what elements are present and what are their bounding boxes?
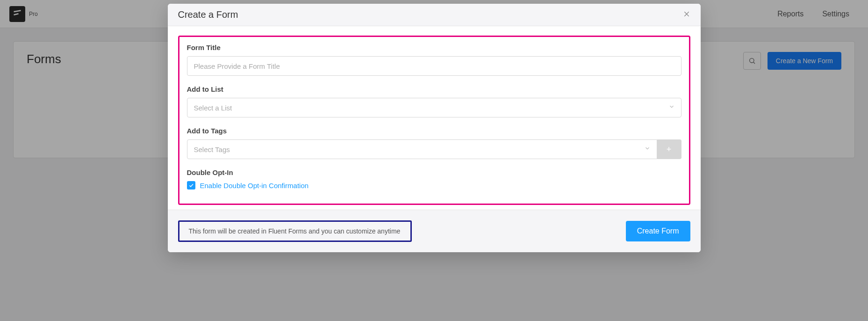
add-to-list-group: Add to List Select a List [187, 85, 681, 117]
create-form-submit-button[interactable]: Create Form [626, 221, 690, 241]
add-to-tags-select[interactable]: Select Tags [187, 139, 657, 159]
modal-overlay: Create a Form Form Title Add to List Sel… [0, 0, 868, 321]
add-to-list-select-wrap: Select a List [187, 98, 681, 117]
modal-header: Create a Form [168, 4, 701, 26]
add-to-tags-placeholder: Select Tags [194, 146, 230, 153]
add-to-tags-label: Add to Tags [187, 127, 681, 135]
add-to-list-select[interactable]: Select a List [187, 98, 681, 117]
form-fields-highlight: Form Title Add to List Select a List [178, 36, 690, 205]
chevron-down-icon [644, 145, 651, 153]
double-optin-checkbox-row: Enable Double Opt-in Confirmation [187, 181, 681, 190]
create-form-modal: Create a Form Form Title Add to List Sel… [168, 4, 701, 252]
add-to-list-label: Add to List [187, 85, 681, 93]
double-optin-checkbox[interactable] [187, 181, 195, 190]
modal-close-button[interactable] [683, 10, 690, 20]
modal-footer: This form will be created in Fluent Form… [168, 210, 701, 252]
add-to-tags-select-wrap: Select Tags + [187, 139, 681, 159]
add-to-list-placeholder: Select a List [194, 104, 232, 112]
chevron-down-icon [668, 103, 675, 112]
footer-note-highlight: This form will be created in Fluent Form… [178, 220, 412, 242]
check-icon [188, 182, 194, 188]
form-title-label: Form Title [187, 44, 681, 51]
close-icon [683, 10, 690, 18]
double-optin-label: Double Opt-In [187, 168, 681, 176]
form-title-group: Form Title [187, 44, 681, 76]
footer-note: This form will be created in Fluent Form… [189, 227, 401, 235]
double-optin-group: Double Opt-In Enable Double Opt-in Confi… [187, 168, 681, 190]
double-optin-checkbox-label[interactable]: Enable Double Opt-in Confirmation [200, 182, 309, 190]
modal-title: Create a Form [178, 9, 238, 20]
add-to-tags-group: Add to Tags Select Tags + [187, 127, 681, 159]
add-tag-button[interactable]: + [657, 139, 681, 159]
plus-icon: + [667, 145, 672, 154]
form-title-input[interactable] [187, 56, 681, 76]
modal-body: Form Title Add to List Select a List [168, 26, 701, 210]
